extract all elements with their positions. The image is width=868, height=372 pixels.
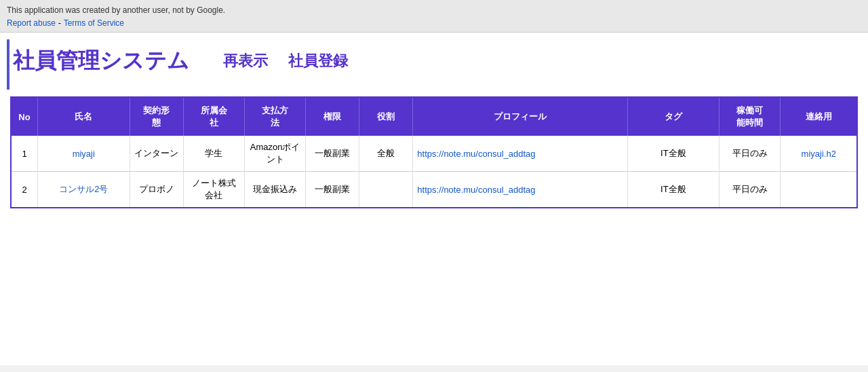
employee-table: No 氏名 契約形態 所属会社 支払方法 権限 役割 プロフィール タグ 稼働可…: [10, 96, 858, 208]
cell-contact: [781, 172, 857, 208]
report-abuse-link[interactable]: Report abuse: [7, 18, 56, 28]
terms-of-service-link[interactable]: Terms of Service: [64, 18, 124, 28]
table-row: 1 miyaji インターン 学生 Amazonポイント 一般副業 全般 htt…: [11, 136, 857, 172]
cell-company: ノート株式会社: [183, 172, 244, 208]
col-header-auth: 権限: [306, 97, 359, 136]
profile-link[interactable]: https://note.mu/consul_addtag: [417, 149, 535, 159]
col-header-hours: 稼働可能時間: [719, 97, 781, 136]
cell-hours: 平日のみ: [719, 136, 781, 172]
top-banner: This application was created by another …: [0, 0, 868, 33]
header-links: 再表示 社員登録: [223, 51, 348, 71]
col-header-payment: 支払方法: [244, 97, 305, 136]
cell-auth: 一般副業: [306, 172, 359, 208]
cell-profile: https://note.mu/consul_addtag: [413, 136, 627, 172]
cell-role: [359, 172, 413, 208]
refresh-link[interactable]: 再表示: [223, 51, 268, 71]
cell-no: 1: [11, 136, 38, 172]
cell-payment: 現金振込み: [244, 172, 305, 208]
cell-auth: 一般副業: [306, 136, 359, 172]
table-container: No 氏名 契約形態 所属会社 支払方法 権限 役割 プロフィール タグ 稼働可…: [10, 96, 858, 208]
cell-no: 2: [11, 172, 38, 208]
col-header-company: 所属会社: [183, 97, 244, 136]
cell-role: 全般: [359, 136, 413, 172]
cell-profile: https://note.mu/consul_addtag: [413, 172, 627, 208]
col-header-name: 氏名: [38, 97, 130, 136]
page-title: 社員管理システム: [13, 46, 189, 76]
col-header-tag: タグ: [627, 97, 719, 136]
col-header-contact: 連絡用: [781, 97, 857, 136]
cell-hours: 平日のみ: [719, 172, 781, 208]
cell-contract: プロボノ: [130, 172, 183, 208]
profile-link[interactable]: https://note.mu/consul_addtag: [417, 185, 535, 195]
col-header-no: No: [11, 97, 38, 136]
name-link[interactable]: コンサル2号: [59, 184, 108, 194]
cell-contract: インターン: [130, 136, 183, 172]
name-link[interactable]: miyaji: [73, 149, 95, 159]
cell-company: 学生: [183, 136, 244, 172]
cell-name: miyaji: [38, 136, 130, 172]
cell-name: コンサル2号: [38, 172, 130, 208]
register-link[interactable]: 社員登録: [288, 51, 348, 71]
cell-tag: IT全般: [627, 172, 719, 208]
table-header-row: No 氏名 契約形態 所属会社 支払方法 権限 役割 プロフィール タグ 稼働可…: [11, 97, 857, 136]
separator: -: [58, 18, 64, 28]
main-content: 社員管理システム 再表示 社員登録 No 氏名 契約形態 所属会社 支払方法 権…: [0, 33, 868, 365]
table-row: 2 コンサル2号 プロボノ ノート株式会社 現金振込み 一般副業 https:/…: [11, 172, 857, 208]
cell-tag: IT全般: [627, 136, 719, 172]
cell-contact: miyaji.h2: [781, 136, 857, 172]
cell-payment: Amazonポイント: [244, 136, 305, 172]
col-header-contract: 契約形態: [130, 97, 183, 136]
notice-text: This application was created by another …: [7, 5, 861, 15]
page-header: 社員管理システム 再表示 社員登録: [7, 39, 861, 90]
col-header-profile: プロフィール: [413, 97, 627, 136]
col-header-role: 役割: [359, 97, 413, 136]
contact-link[interactable]: miyaji.h2: [802, 149, 836, 159]
